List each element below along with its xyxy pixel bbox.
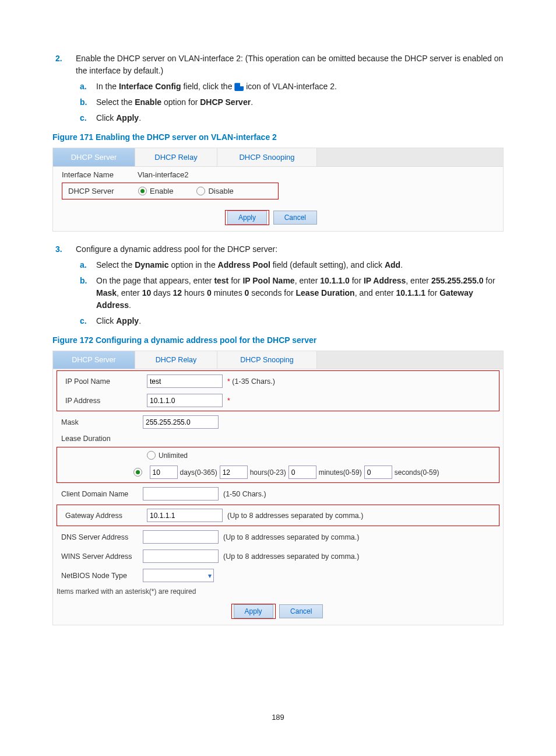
gateway-row: Gateway Address (Up to 8 addresses separ…: [57, 505, 499, 526]
figure-172-caption: Figure 172 Configuring a dynamic address…: [52, 335, 504, 345]
cancel-button[interactable]: Cancel: [273, 211, 317, 225]
step-3c: c. Click Apply.: [96, 315, 504, 327]
tab-dhcp-snooping[interactable]: DHCP Snooping: [217, 148, 317, 166]
ip-pool-name-input[interactable]: [147, 374, 223, 388]
apply-highlight: Apply: [225, 210, 269, 225]
radio-dot-icon: [196, 187, 205, 195]
tab-dhcp-server-2[interactable]: DHCP Server: [53, 351, 135, 369]
radio-unlimited[interactable]: Unlimited: [147, 451, 188, 460]
step-2a-letter: a.: [80, 80, 87, 93]
step-2-text: Enable the DHCP server on VLAN-interface…: [76, 54, 503, 75]
edit-icon: [234, 83, 244, 91]
step-3-number: 3.: [55, 243, 62, 256]
step-2-number: 2.: [55, 52, 62, 65]
radio-dot-icon: [133, 468, 142, 477]
client-domain-input[interactable]: [143, 487, 219, 501]
dhcp-server-label: DHCP Server: [68, 187, 138, 195]
screenshot-2: DHCP Server DHCP Relay DHCP Snooping IP …: [52, 351, 504, 625]
step-2c-letter: c.: [80, 112, 87, 124]
required-note: Items marked with an asterisk(*) are req…: [53, 585, 503, 598]
apply-button-2[interactable]: Apply: [234, 604, 273, 618]
step-2a: a. In the Interface Config field, click …: [96, 80, 504, 93]
tab-dhcp-snooping-2[interactable]: DHCP Snooping: [217, 351, 317, 369]
step-2b: b. Select the Enable option for DHCP Ser…: [96, 96, 504, 108]
step-3: 3. Configure a dynamic address pool for …: [76, 243, 504, 327]
step-3b: b. On the page that appears, enter test …: [96, 275, 504, 312]
apply-button[interactable]: Apply: [227, 211, 267, 225]
days-input[interactable]: [150, 466, 178, 479]
step-2c: c. Click Apply.: [96, 112, 504, 124]
mask-input[interactable]: [143, 415, 219, 429]
figure-171-caption: Figure 171 Enabling the DHCP server on V…: [52, 132, 504, 142]
step-2b-letter: b.: [80, 96, 87, 108]
radio-duration[interactable]: [133, 468, 145, 477]
apply-highlight-2: Apply: [231, 604, 276, 619]
tab-dhcp-relay-2[interactable]: DHCP Relay: [135, 351, 217, 369]
seconds-input[interactable]: [364, 466, 392, 479]
radio-disable[interactable]: Disable: [196, 187, 233, 195]
radio-enable[interactable]: Enable: [138, 187, 173, 195]
dns-input[interactable]: [143, 530, 219, 544]
dhcp-server-row: DHCP Server Enable Disable: [62, 183, 279, 200]
hours-input[interactable]: [220, 466, 248, 479]
gateway-input[interactable]: [147, 509, 223, 522]
radio-dot-icon: [138, 187, 147, 195]
interface-name-value: Vlan-interface2: [138, 170, 188, 179]
step-3-text: Configure a dynamic address pool for the…: [76, 244, 277, 254]
step-3a: a. Select the Dynamic option in the Addr…: [96, 259, 504, 271]
step-2: 2. Enable the DHCP server on VLAN-interf…: [76, 52, 504, 124]
ip-address-input[interactable]: [147, 394, 223, 407]
tab-dhcp-relay[interactable]: DHCP Relay: [135, 148, 217, 166]
cancel-button-2[interactable]: Cancel: [279, 604, 323, 618]
ip-pool-name-row: IP Pool Name * (1-35 Chars.) IP Address …: [57, 370, 499, 411]
page-number: 189: [52, 713, 504, 722]
screenshot-1: DHCP Server DHCP Relay DHCP Snooping Int…: [52, 148, 504, 232]
lease-duration-row: Unlimited days(0-365) hours(0-23) minute…: [57, 447, 499, 483]
netbios-select[interactable]: ▾: [143, 569, 214, 582]
minutes-input[interactable]: [288, 466, 316, 479]
chevron-down-icon: ▾: [208, 572, 213, 580]
wins-input[interactable]: [143, 550, 219, 563]
tab-dhcp-server[interactable]: DHCP Server: [53, 148, 135, 166]
interface-name-label: Interface Name: [62, 170, 138, 179]
radio-dot-icon: [147, 451, 156, 460]
